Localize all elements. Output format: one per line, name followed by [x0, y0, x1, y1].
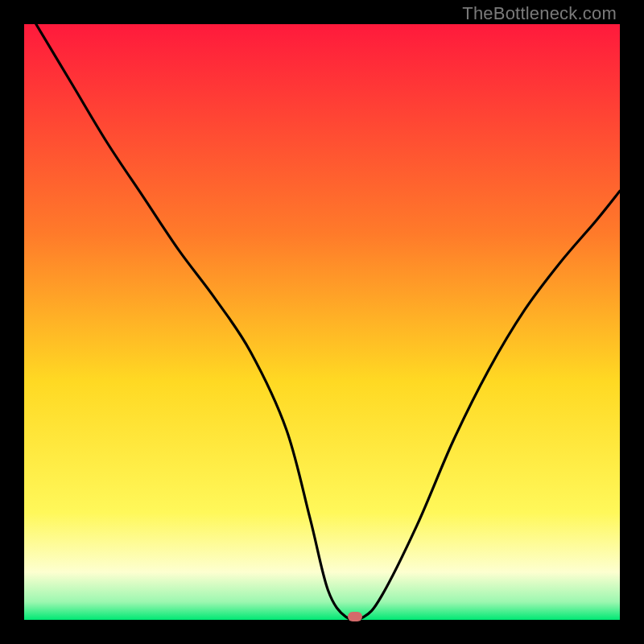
watermark-text: TheBottleneck.com	[462, 3, 617, 24]
gradient-background	[24, 24, 620, 620]
optimum-marker	[348, 612, 362, 621]
chart-frame	[24, 24, 620, 620]
